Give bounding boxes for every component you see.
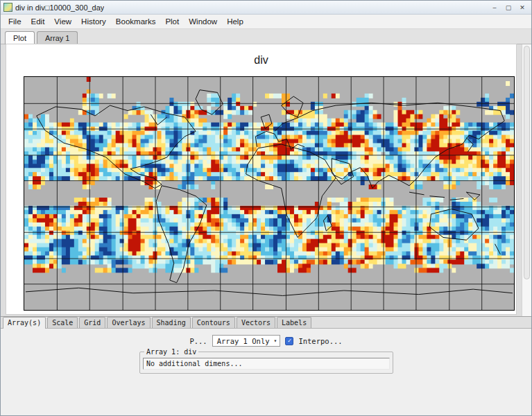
- tab-grid[interactable]: Grid: [79, 317, 105, 328]
- menu-window[interactable]: Window: [184, 16, 222, 27]
- array-info-field: No additional dimens...: [143, 358, 390, 370]
- tab-contours[interactable]: Contours: [192, 317, 235, 328]
- app-window: div in div□10000_300_day – ▢ ✕ FileEditV…: [0, 0, 532, 416]
- minimize-icon[interactable]: –: [488, 3, 501, 12]
- menu-edit[interactable]: Edit: [26, 16, 50, 27]
- vertical-scrollbar[interactable]: [522, 44, 531, 316]
- menu-bar: FileEditViewHistoryBookmarksPlotWindowHe…: [1, 15, 531, 29]
- window-title: div in div□10000_300_day: [15, 3, 104, 12]
- maximize-icon[interactable]: ▢: [502, 3, 515, 12]
- interpolate-label: Interpo...: [298, 337, 342, 345]
- chevron-down-icon: ▾: [274, 338, 277, 344]
- array-group: Array 1: div No additional dimens...: [139, 348, 393, 374]
- top-tab-bar: PlotArray 1: [1, 29, 531, 44]
- bottom-tab-bar: Array(s)ScaleGridOverlaysShadingContours…: [1, 316, 531, 329]
- array-combo[interactable]: Array 1 Only ▾: [212, 335, 281, 347]
- app-icon: [3, 3, 12, 12]
- tab-array-s-[interactable]: Array(s): [3, 317, 46, 329]
- check-icon: ✓: [288, 338, 291, 344]
- plot-controls-row: P... Array 1 Only ▾ ✓ Interpo...: [1, 335, 531, 347]
- array-group-legend: Array 1: div: [144, 348, 198, 356]
- plot-page: div: [6, 44, 516, 314]
- menu-bookmarks[interactable]: Bookmarks: [111, 16, 161, 27]
- coastline-path: [26, 90, 513, 296]
- menu-plot[interactable]: Plot: [160, 16, 184, 27]
- map-plot: [24, 76, 515, 311]
- scrollbar-thumb[interactable]: [524, 46, 530, 279]
- tab-plot[interactable]: Plot: [5, 31, 35, 44]
- coastlines-overlay: [24, 77, 514, 310]
- plot-viewport: div: [1, 44, 531, 316]
- close-icon[interactable]: ✕: [516, 3, 529, 12]
- array-combo-value: Array 1 Only: [217, 337, 270, 345]
- tab-array-1[interactable]: Array 1: [37, 31, 78, 44]
- menu-file[interactable]: File: [3, 16, 26, 27]
- tab-labels[interactable]: Labels: [277, 317, 311, 328]
- tab-vectors[interactable]: Vectors: [237, 317, 275, 328]
- window-controls: – ▢ ✕: [488, 3, 529, 12]
- tab-shading[interactable]: Shading: [152, 317, 191, 328]
- title-bar[interactable]: div in div□10000_300_day – ▢ ✕: [1, 1, 531, 15]
- menu-history[interactable]: History: [76, 16, 111, 27]
- tab-overlays[interactable]: Overlays: [107, 317, 150, 328]
- tab-scale[interactable]: Scale: [47, 317, 78, 328]
- plot-prefix-label: P...: [189, 337, 207, 345]
- control-panel: P... Array 1 Only ▾ ✓ Interpo... Array 1…: [1, 329, 531, 415]
- plot-title: div: [6, 44, 516, 67]
- interpolate-checkbox[interactable]: ✓: [285, 337, 293, 345]
- menu-view[interactable]: View: [49, 16, 76, 27]
- menu-help[interactable]: Help: [222, 16, 248, 27]
